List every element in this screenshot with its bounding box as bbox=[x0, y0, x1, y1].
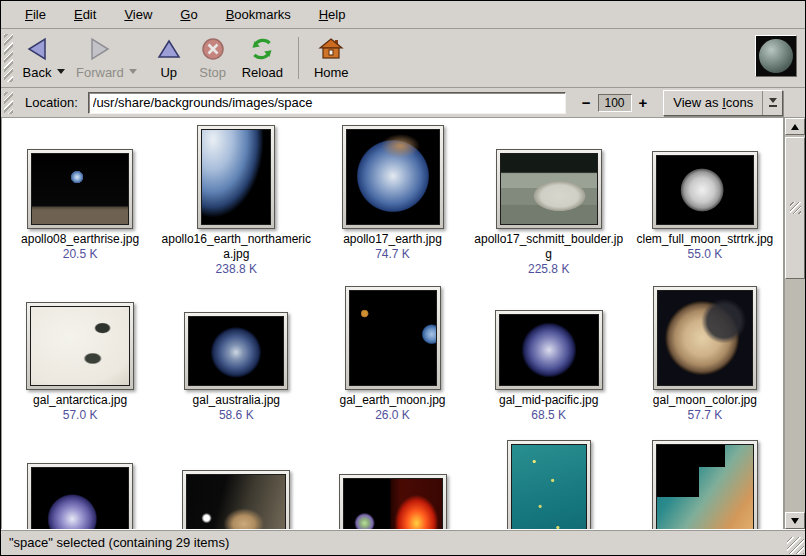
file-name: gal_antarctica.jpg bbox=[4, 393, 156, 408]
view-as-selector[interactable]: View as Icons bbox=[663, 90, 783, 116]
up-button[interactable]: Up bbox=[147, 31, 191, 85]
file-item[interactable] bbox=[627, 440, 783, 529]
location-input[interactable] bbox=[88, 92, 566, 114]
zoom-controls: − 100 + bbox=[580, 94, 650, 112]
back-button[interactable]: Back bbox=[15, 31, 59, 85]
location-label: Location: bbox=[25, 95, 78, 110]
scrollbar-grip-icon bbox=[790, 202, 801, 214]
menu-bar: File Edit View Go Bookmarks Help bbox=[1, 1, 805, 29]
file-name: apollo17_earth.jpg bbox=[317, 232, 469, 247]
file-item[interactable]: apollo17_schmitt_boulder.jpg 225.8 K bbox=[471, 118, 627, 281]
view-as-label: View as Icons bbox=[664, 91, 762, 115]
file-size: 57.0 K bbox=[4, 408, 156, 423]
file-item[interactable]: gal_moon_color.jpg 57.7 K bbox=[627, 281, 783, 440]
file-thumbnail[interactable] bbox=[496, 149, 602, 229]
toolbar-drag-handle[interactable] bbox=[4, 34, 13, 82]
file-thumbnail[interactable] bbox=[495, 310, 603, 390]
file-item[interactable] bbox=[158, 440, 314, 529]
forward-label: Forward bbox=[76, 65, 124, 80]
zoom-level-indicator[interactable]: 100 bbox=[598, 94, 632, 112]
file-thumbnail[interactable] bbox=[27, 149, 133, 229]
menu-edit[interactable]: Edit bbox=[62, 3, 108, 26]
file-size: 238.8 K bbox=[160, 262, 312, 277]
back-label: Back bbox=[23, 65, 52, 80]
file-name: gal_australia.jpg bbox=[160, 393, 312, 408]
file-name: gal_mid-pacific.jpg bbox=[473, 393, 625, 408]
file-size: 26.0 K bbox=[317, 408, 469, 423]
location-bar: Location: − 100 + View as Icons bbox=[1, 88, 805, 118]
file-item[interactable] bbox=[2, 440, 158, 529]
file-name: apollo16_earth_northamerica.jpg bbox=[160, 232, 312, 262]
file-thumbnail[interactable] bbox=[652, 151, 758, 229]
reload-button[interactable]: Reload bbox=[235, 31, 290, 85]
file-size: 225.8 K bbox=[473, 262, 625, 277]
file-item[interactable]: gal_earth_moon.jpg 26.0 K bbox=[314, 281, 470, 440]
icon-view[interactable]: apollo08_earthrise.jpg 20.5 K apollo16_e… bbox=[2, 118, 784, 529]
scrollbar-thumb[interactable] bbox=[785, 137, 805, 279]
file-manager-window: File Edit View Go Bookmarks Help Back Fo… bbox=[0, 0, 806, 556]
scrollbar-track[interactable] bbox=[785, 135, 805, 512]
file-thumbnail[interactable] bbox=[182, 470, 290, 529]
menu-go[interactable]: Go bbox=[168, 3, 209, 26]
forward-history-dropdown-icon[interactable] bbox=[129, 69, 137, 74]
up-arrow-icon bbox=[156, 34, 182, 64]
location-bar-drag-handle[interactable] bbox=[4, 92, 13, 114]
file-name: gal_moon_color.jpg bbox=[629, 393, 781, 408]
menu-view[interactable]: View bbox=[112, 3, 164, 26]
vertical-scrollbar[interactable] bbox=[784, 118, 805, 529]
home-icon bbox=[318, 34, 344, 64]
scroll-up-icon bbox=[791, 124, 799, 130]
home-label: Home bbox=[314, 65, 349, 80]
file-name: apollo17_schmitt_boulder.jpg bbox=[473, 232, 625, 262]
file-item[interactable]: gal_antarctica.jpg 57.0 K bbox=[2, 281, 158, 440]
file-size: 68.5 K bbox=[473, 408, 625, 423]
scroll-up-button[interactable] bbox=[785, 118, 805, 135]
toolbar: Back Forward Up bbox=[1, 29, 805, 88]
status-bar: "space" selected (containing 29 items) bbox=[1, 529, 805, 555]
reload-label: Reload bbox=[242, 65, 283, 80]
file-name: apollo08_earthrise.jpg bbox=[4, 232, 156, 247]
file-size: 55.0 K bbox=[629, 247, 781, 262]
throbber-icon bbox=[755, 35, 797, 77]
zoom-out-button[interactable]: − bbox=[580, 94, 593, 112]
content-area: apollo08_earthrise.jpg 20.5 K apollo16_e… bbox=[1, 118, 805, 529]
home-button[interactable]: Home bbox=[307, 31, 356, 85]
up-label: Up bbox=[160, 65, 177, 80]
file-thumbnail[interactable] bbox=[339, 474, 447, 529]
file-item[interactable]: apollo16_earth_northamerica.jpg 238.8 K bbox=[158, 118, 314, 281]
file-name: gal_earth_moon.jpg bbox=[317, 393, 469, 408]
file-item[interactable] bbox=[314, 440, 470, 529]
zoom-in-button[interactable]: + bbox=[637, 94, 650, 112]
back-icon bbox=[24, 34, 50, 64]
stop-icon bbox=[200, 34, 226, 64]
file-thumbnail[interactable] bbox=[184, 312, 288, 390]
menu-file[interactable]: File bbox=[13, 3, 58, 26]
file-thumbnail[interactable] bbox=[342, 125, 444, 229]
file-thumbnail[interactable] bbox=[26, 302, 134, 390]
file-thumbnail[interactable] bbox=[652, 440, 758, 529]
back-history-dropdown-icon[interactable] bbox=[57, 69, 65, 74]
menu-help[interactable]: Help bbox=[307, 3, 358, 26]
file-item[interactable]: apollo08_earthrise.jpg 20.5 K bbox=[2, 118, 158, 281]
file-item[interactable]: clem_full_moon_strtrk.jpg 55.0 K bbox=[627, 118, 783, 281]
window-resize-grip[interactable] bbox=[787, 537, 804, 554]
scroll-down-button[interactable] bbox=[785, 512, 805, 529]
file-item[interactable]: apollo17_earth.jpg 74.7 K bbox=[314, 118, 470, 281]
file-item[interactable]: gal_australia.jpg 58.6 K bbox=[158, 281, 314, 440]
file-thumbnail[interactable] bbox=[507, 440, 591, 529]
file-size: 58.6 K bbox=[160, 408, 312, 423]
stop-button[interactable]: Stop bbox=[191, 31, 235, 85]
file-size: 57.7 K bbox=[629, 408, 781, 423]
file-thumbnail[interactable] bbox=[345, 286, 441, 390]
file-thumbnail[interactable] bbox=[653, 286, 757, 390]
file-item[interactable] bbox=[471, 440, 627, 529]
file-size: 20.5 K bbox=[4, 247, 156, 262]
menu-bookmarks[interactable]: Bookmarks bbox=[214, 3, 303, 26]
file-item[interactable]: gal_mid-pacific.jpg 68.5 K bbox=[471, 281, 627, 440]
file-thumbnail[interactable] bbox=[197, 125, 275, 229]
forward-button[interactable]: Forward bbox=[69, 31, 131, 85]
file-thumbnail[interactable] bbox=[27, 463, 133, 529]
forward-icon bbox=[87, 34, 113, 64]
view-as-dropdown-icon[interactable] bbox=[762, 91, 782, 115]
reload-icon bbox=[249, 34, 275, 64]
